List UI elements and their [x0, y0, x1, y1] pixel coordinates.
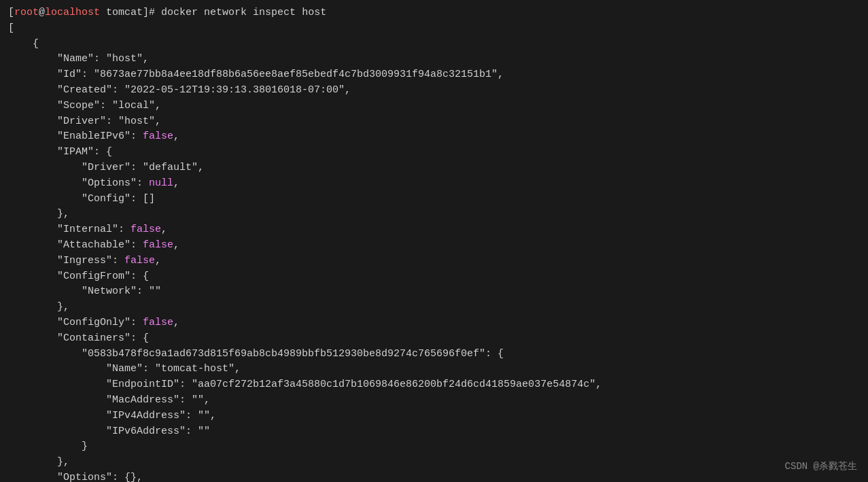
- terminal-line: }: [8, 439, 860, 455]
- terminal-line: },: [8, 455, 860, 470]
- terminal-line: },: [8, 300, 860, 315]
- terminal-line: "Ingress": false,: [8, 254, 860, 269]
- terminal-line: "Options": {},: [8, 470, 860, 482]
- terminal-line: "Config": []: [8, 192, 860, 207]
- terminal-line: "Attachable": false,: [8, 238, 860, 254]
- terminal-line: "Internal": false,: [8, 222, 860, 238]
- terminal-line: "Created": "2022-05-12T19:39:13.38016018…: [8, 83, 860, 99]
- watermark: CSDN @杀戮苍生: [785, 460, 857, 474]
- terminal-line: "Options": null,: [8, 176, 860, 192]
- terminal-line: [: [8, 21, 860, 37]
- terminal-content: [root@localhost tomcat]# docker network …: [8, 5, 860, 482]
- terminal-window: [root@localhost tomcat]# docker network …: [0, 0, 868, 482]
- terminal-line: [root@localhost tomcat]# docker network …: [8, 5, 860, 21]
- terminal-line: },: [8, 207, 860, 222]
- terminal-line: "Driver": "default",: [8, 160, 860, 176]
- terminal-line: {: [8, 37, 860, 52]
- terminal-line: "IPAM": {: [8, 145, 860, 160]
- terminal-line: "0583b478f8c9a1ad673d815f69ab8cb4989bbfb…: [8, 347, 860, 362]
- terminal-line: "IPv4Address": "",: [8, 409, 860, 424]
- terminal-line: "EndpointID": "aa07cf272b12af3a45880c1d7…: [8, 377, 860, 393]
- terminal-line: "Scope": "local",: [8, 99, 860, 114]
- terminal-line: "Name": "tomcat-host",: [8, 362, 860, 377]
- terminal-line: "Containers": {: [8, 331, 860, 347]
- terminal-line: "Name": "host",: [8, 52, 860, 67]
- terminal-line: "EnableIPv6": false,: [8, 129, 860, 145]
- terminal-line: "ConfigOnly": false,: [8, 315, 860, 331]
- terminal-line: "Id": "8673ae77bb8a4ee18df88b6a56ee8aef8…: [8, 67, 860, 83]
- terminal-line: "Driver": "host",: [8, 114, 860, 130]
- terminal-line: "Network": "": [8, 284, 860, 300]
- terminal-line: "MacAddress": "",: [8, 393, 860, 409]
- terminal-line: "IPv6Address": "": [8, 424, 860, 440]
- terminal-line: "ConfigFrom": {: [8, 269, 860, 285]
